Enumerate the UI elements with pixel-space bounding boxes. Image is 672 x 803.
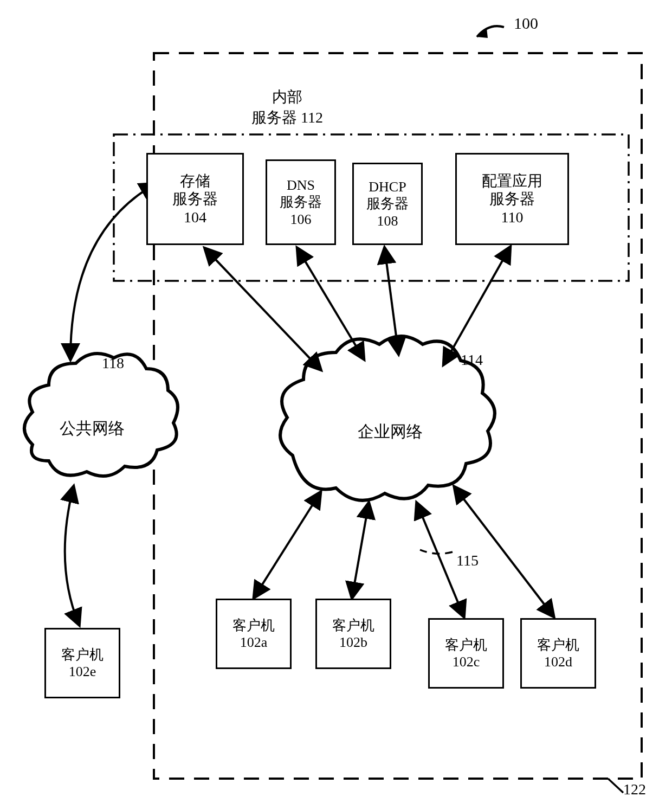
client-d-box: 客户机 102d [520, 618, 596, 689]
public-network-label: 公共网络 [38, 417, 146, 440]
link-ref: 115 [456, 552, 479, 569]
storage-server-box: 存储 服务器 104 [146, 153, 244, 245]
client-b-box: 客户机 102b [315, 599, 391, 669]
configapp-server-box: 配置应用 服务器 110 [455, 153, 569, 245]
enterprise-cloud-ref: 114 [461, 351, 483, 369]
enterprise-network-label: 企业网络 [336, 421, 444, 443]
public-cloud-ref: 118 [102, 355, 124, 372]
svg-line-4 [439, 370, 455, 390]
dns-server-box: DNS 服务器 106 [266, 159, 336, 245]
figure-ref: 100 [514, 14, 538, 33]
svg-line-5 [608, 779, 623, 793]
dhcp-server-box: DHCP 服务器 108 [352, 163, 423, 245]
internal-servers-label: 内部 服务器 112 [233, 87, 341, 128]
svg-marker-2 [477, 28, 488, 38]
svg-line-11 [352, 504, 369, 596]
svg-line-7 [298, 249, 363, 358]
client-a-box: 客户机 102a [216, 599, 292, 669]
public-network-cloud [24, 354, 178, 476]
client-e-box: 客户机 102e [44, 628, 120, 698]
svg-line-10 [255, 493, 320, 596]
diagram-canvas: 100 内部 服务器 112 118 114 115 122 存储 服务器 10… [0, 0, 672, 803]
svg-line-8 [385, 249, 398, 352]
svg-line-9 [444, 248, 509, 363]
svg-line-6 [206, 249, 320, 369]
svg-line-3 [92, 378, 108, 396]
client-c-box: 客户机 102c [428, 618, 504, 689]
outer-boundary-ref: 122 [623, 781, 646, 798]
